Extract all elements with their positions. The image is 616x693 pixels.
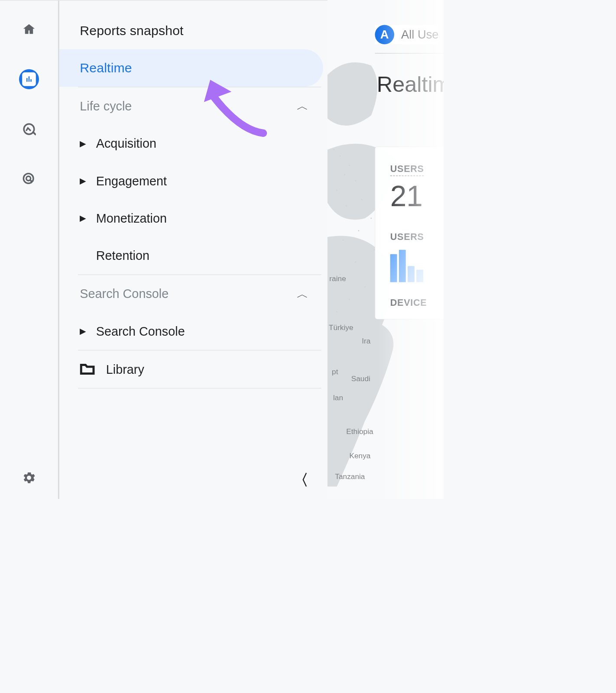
rail-home-button[interactable] bbox=[19, 19, 39, 39]
svg-point-12 bbox=[358, 230, 360, 231]
svg-point-17 bbox=[364, 286, 366, 288]
nav-reports-snapshot[interactable]: Reports snapshot bbox=[59, 12, 327, 49]
svg-point-13 bbox=[343, 240, 344, 241]
map-label: Ethiopia bbox=[346, 427, 373, 436]
caret-right-icon: ▶ bbox=[80, 326, 96, 336]
audience-label: All Use bbox=[401, 28, 439, 41]
gear-icon bbox=[22, 470, 37, 486]
nav-engagement[interactable]: ▶ Engagement bbox=[59, 162, 327, 199]
section-search-console[interactable]: Search Console ︿ bbox=[59, 275, 321, 312]
nav-item-label: Acquisition bbox=[96, 136, 156, 150]
device-category-label: DEVICE bbox=[390, 297, 444, 308]
home-icon bbox=[22, 23, 36, 36]
rail-admin-button[interactable] bbox=[22, 470, 37, 486]
chevron-up-icon: ︿ bbox=[297, 286, 308, 302]
svg-point-10 bbox=[346, 205, 347, 207]
users-per-minute-label: USERS bbox=[390, 232, 444, 242]
realtime-users-card: USERS 21 USERS DEVICE bbox=[375, 146, 443, 319]
svg-point-3 bbox=[333, 149, 334, 150]
collapse-nav-button[interactable]: 〈 bbox=[293, 470, 308, 490]
nav-item-label: Search Console bbox=[96, 324, 185, 338]
svg-point-19 bbox=[336, 311, 337, 313]
svg-point-15 bbox=[355, 261, 356, 262]
map-label: Tanzania bbox=[335, 472, 365, 481]
bar-chart-icon bbox=[25, 75, 33, 84]
rail-explore-button[interactable] bbox=[19, 119, 39, 139]
folder-icon bbox=[80, 363, 95, 376]
svg-point-18 bbox=[349, 299, 350, 300]
rail-advertising-button[interactable] bbox=[19, 169, 39, 189]
nav-realtime[interactable]: Realtime bbox=[59, 49, 323, 87]
nav-item-label: Engagement bbox=[96, 174, 167, 188]
section-life-cycle[interactable]: Life cycle ︿ bbox=[59, 87, 321, 125]
explore-icon bbox=[22, 122, 36, 136]
svg-point-9 bbox=[361, 199, 363, 200]
nav-monetization[interactable]: ▶ Monetization bbox=[59, 200, 327, 237]
audience-badge-icon: A bbox=[375, 25, 394, 45]
map-label: pt bbox=[332, 367, 338, 376]
map-label: Kenya bbox=[349, 452, 370, 460]
svg-point-7 bbox=[355, 180, 356, 181]
map-label: Türkiye bbox=[329, 323, 353, 332]
nav-retention[interactable]: Retention bbox=[59, 237, 327, 274]
svg-point-8 bbox=[336, 190, 337, 191]
left-icon-rail bbox=[0, 0, 59, 499]
divider bbox=[78, 388, 321, 389]
map-label: Ira bbox=[362, 337, 370, 346]
svg-point-4 bbox=[339, 155, 340, 157]
svg-point-6 bbox=[344, 174, 345, 175]
caret-right-icon: ▶ bbox=[80, 176, 96, 185]
nav-item-label: Retention bbox=[96, 249, 149, 262]
rail-reports-button[interactable] bbox=[19, 69, 39, 89]
map-label: raine bbox=[329, 275, 346, 283]
users-last-30-value: 21 bbox=[390, 179, 444, 213]
users-last-30-label: USERS bbox=[390, 164, 444, 174]
chevron-left-icon: 〈 bbox=[293, 472, 308, 488]
section-header-label: Life cycle bbox=[80, 99, 132, 113]
nav-item-label: Monetization bbox=[96, 211, 167, 225]
reports-nav-panel: Reports snapshot Realtime Life cycle ︿ ▶… bbox=[59, 0, 327, 499]
chevron-up-icon: ︿ bbox=[297, 98, 308, 114]
map-label: lan bbox=[333, 394, 343, 402]
caret-right-icon: ▶ bbox=[80, 214, 96, 223]
section-header-label: Search Console bbox=[80, 287, 169, 301]
nav-search-console[interactable]: ▶ Search Console bbox=[59, 312, 327, 350]
map-label: Saudi bbox=[351, 374, 370, 383]
target-click-icon bbox=[22, 172, 36, 186]
page-title: Realtim bbox=[377, 72, 444, 97]
nav-item-label: Library bbox=[106, 362, 144, 376]
users-per-minute-chart bbox=[390, 250, 444, 282]
realtime-content: raine Türkiye Ira pt Saudi lan Ethiopia … bbox=[327, 0, 444, 499]
divider bbox=[375, 53, 443, 53]
caret-right-icon: ▶ bbox=[80, 139, 96, 148]
svg-point-5 bbox=[349, 165, 350, 166]
nav-library[interactable]: Library bbox=[59, 350, 327, 388]
svg-point-11 bbox=[370, 218, 372, 219]
nav-acquisition[interactable]: ▶ Acquisition bbox=[59, 125, 327, 162]
audience-chip[interactable]: A All Use bbox=[375, 25, 438, 45]
